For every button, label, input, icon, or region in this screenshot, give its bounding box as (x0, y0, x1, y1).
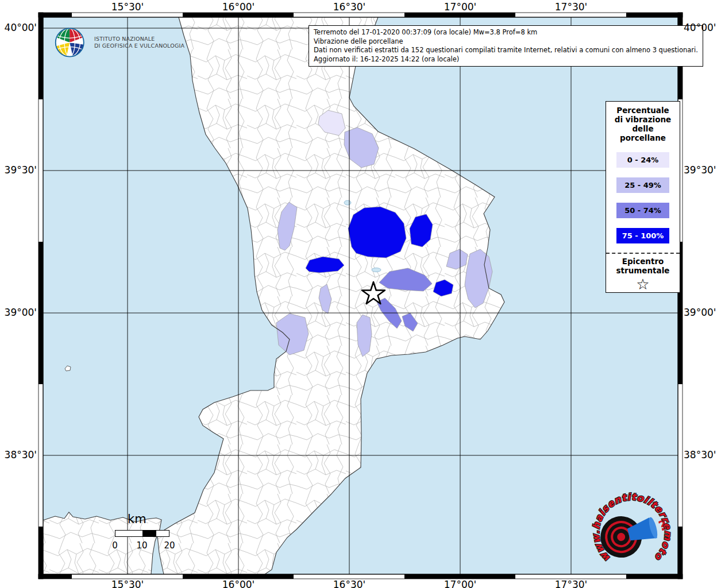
lat-label-left-3900: 39°00' (0, 307, 37, 318)
lon-label-top-1630: 16°30' (326, 1, 372, 13)
legend: Percentuale di vibrazione delle porcella… (606, 101, 680, 293)
scale-bar-segment (142, 531, 156, 536)
epicenter-star-icon: ☆ (636, 276, 649, 292)
lat-label-right-4000: 40°00' (684, 22, 721, 33)
legend-title: Percentuale di vibrazione delle porcella… (615, 106, 671, 142)
lat-label-left-3830: 38°30' (0, 449, 37, 461)
legend-class-75-100: 75 - 100% (616, 228, 669, 243)
event-data-note: Dati non verificati estratti da 152 ques… (314, 46, 698, 55)
legend-epicenter-label: Epicentro strumentale (616, 257, 670, 275)
scale-unit-label: km (128, 512, 146, 526)
event-effect: Vibrazione delle porcellane (314, 37, 698, 47)
scale-tick-20: 20 (163, 540, 176, 551)
lat-label-right-3930: 39°30' (684, 164, 721, 176)
lon-label-bottom-1600: 16°00' (215, 579, 261, 588)
scale-tick-0: 0 (110, 540, 119, 551)
scale-tick-10: 10 (135, 540, 149, 551)
lon-label-bottom-1730: 17°30' (548, 579, 594, 588)
lat-label-right-3900: 39°00' (684, 307, 721, 318)
legend-class-50-74: 50 - 74% (616, 203, 669, 218)
questionnaire-map-page: Terremoto del 17-01-2020 00:37:09 (ora l… (0, 0, 721, 588)
legend-class-0-24: 0 - 24% (616, 152, 669, 168)
scale-bar (115, 530, 169, 537)
ingv-logo: ISTITUTO NAZIONALE DI GEOFISICA E VULCAN… (54, 25, 184, 60)
ingv-name-line2: DI GEOFISICA E VULCANOLOGIA (94, 42, 184, 50)
lon-label-bottom-1700: 17°00' (437, 579, 483, 588)
lon-label-bottom-1630: 16°30' (326, 579, 372, 588)
event-title: Terremoto del 17-01-2020 00:37:09 (ora l… (314, 28, 698, 37)
haisentito-logo: ? www.haisentitoilterremoto.it (589, 490, 675, 576)
lon-label-top-1700: 17°00' (437, 1, 483, 13)
legend-separator (606, 253, 680, 254)
lon-label-top-1600: 16°00' (215, 1, 261, 13)
event-updated: Aggiornato il: 16-12-2025 14:22 (ora loc… (314, 55, 698, 64)
lat-label-right-3830: 38°30' (684, 449, 721, 461)
lat-label-left-4000: 40°00' (0, 22, 37, 33)
lon-label-top-1730: 17°30' (548, 1, 594, 13)
ingv-name-line1: ISTITUTO NAZIONALE (94, 36, 184, 43)
lon-label-bottom-1530: 15°30' (105, 579, 151, 588)
haisentito-logo-icon: ? www.haisentitoilterremoto.it (589, 490, 675, 576)
event-info-box: Terremoto del 17-01-2020 00:37:09 (ora l… (309, 25, 703, 67)
lon-label-top-1530: 15°30' (105, 1, 151, 13)
lat-label-left-3930: 39°30' (0, 164, 37, 176)
ingv-globe-icon (54, 25, 88, 60)
legend-class-25-49: 25 - 49% (616, 177, 669, 193)
